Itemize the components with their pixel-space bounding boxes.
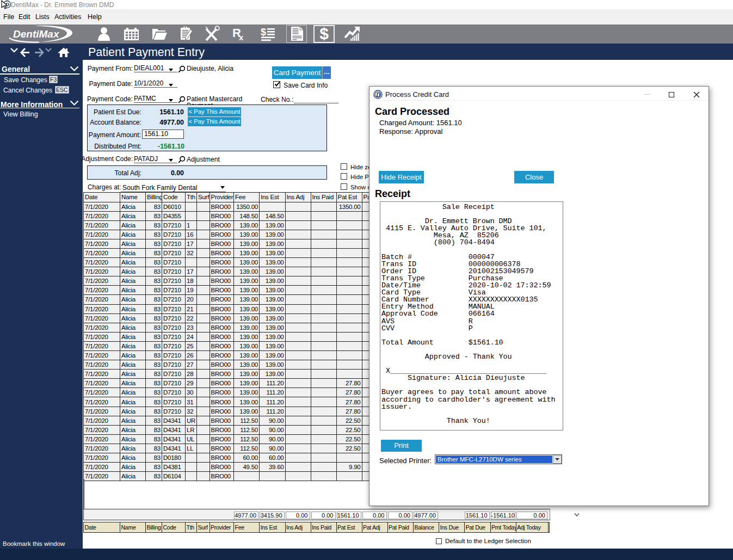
svg-text:D: D [375, 91, 381, 98]
svg-text:DentiMax: DentiMax [13, 28, 60, 40]
svg-text:x: x [239, 33, 244, 42]
svg-text:$: $ [261, 27, 266, 38]
